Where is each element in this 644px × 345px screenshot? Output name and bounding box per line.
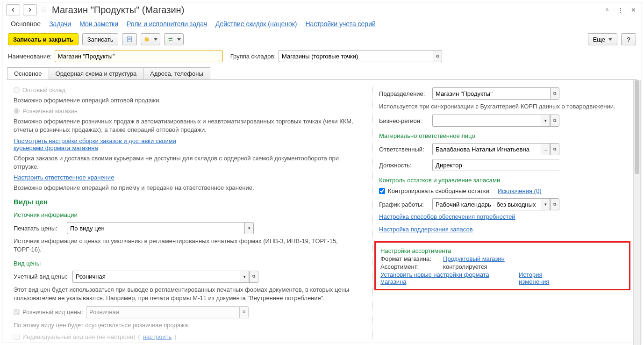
fmt-link[interactable]: Продуктовый магазин: [443, 255, 505, 262]
help-button[interactable]: ?: [621, 33, 636, 45]
stock-header: Контроль остатков и управление запасами: [379, 177, 630, 184]
tab-scheme[interactable]: Ордерная схема и структура: [49, 67, 144, 80]
nav-back-button[interactable]: [6, 4, 20, 15]
group-input[interactable]: [279, 50, 433, 62]
acc-price-input[interactable]: [72, 271, 240, 283]
price-type-header: Вид цены: [14, 260, 365, 267]
stock-link[interactable]: Настройка поддержания запасов: [379, 226, 630, 233]
source-header: Источник информации: [14, 211, 365, 218]
asrt-value: контролируется: [443, 263, 487, 270]
nav-main[interactable]: Основное: [11, 20, 41, 28]
new-settings-link[interactable]: Установить новые настройки формата магаз…: [380, 271, 497, 285]
acc-price-dropdown[interactable]: ▾: [240, 271, 249, 283]
excl-link[interactable]: Исключения (0): [498, 187, 542, 194]
kebab-menu-icon[interactable]: ⋮: [615, 5, 625, 14]
wholesale-radio-label: Оптовый склад: [22, 86, 65, 93]
pos-label: Должность:: [379, 162, 429, 169]
window-title: Магазин "Продукты" (Магазин): [52, 5, 600, 15]
write-button[interactable]: Записать: [82, 33, 119, 45]
favorite-star-icon[interactable]: ☆: [40, 5, 47, 15]
supply-link[interactable]: Настройка способов обеспечения потребнос…: [379, 213, 630, 220]
acc-price-open[interactable]: ⧉: [249, 271, 258, 283]
sched-open[interactable]: ⧉: [550, 198, 559, 210]
division-desc: Используется при синхронизации с Бухгалт…: [379, 102, 630, 111]
assembly-desc: Сборка заказов и доставка своими курьера…: [14, 154, 365, 171]
retail-price-input: [86, 306, 239, 318]
source-desc: Источник информации о ценах по умолчанию…: [14, 237, 365, 254]
resp-header: Материально ответственное лицо: [379, 132, 630, 139]
nav-tasks[interactable]: Задачи: [49, 20, 71, 28]
retail-price-label: Розничный вид цены:: [22, 309, 83, 316]
retail-radio-label: Розничный магазин: [22, 108, 78, 115]
individual-checkbox: [14, 334, 20, 340]
section-nav: Основное Задачи Мои заметки Роли и испол…: [2, 17, 642, 30]
storage-desc: Возможно оформление операций по приему и…: [14, 184, 365, 192]
storage-link[interactable]: Настроить ответственное хранение: [14, 174, 365, 181]
name-input[interactable]: [55, 50, 223, 62]
division-input[interactable]: [432, 87, 550, 100]
acc-price-label: Учетный вид цены:: [14, 273, 70, 280]
pos-input[interactable]: [432, 159, 559, 171]
retail-price-checkbox: [14, 309, 20, 315]
attach-button[interactable]: [141, 33, 160, 45]
link-icon[interactable]: [602, 5, 612, 14]
prices-header: Виды цен: [14, 198, 365, 206]
svg-rect-0: [128, 37, 132, 42]
asrt-header: Настройки ассортимента: [380, 247, 629, 254]
history-link[interactable]: История изменения: [519, 271, 561, 285]
content-scrollbar[interactable]: [633, 80, 641, 345]
transfer-button[interactable]: [164, 33, 184, 45]
retail-desc: Возможно оформление розничных продаж в а…: [14, 117, 365, 134]
name-label: Наименование:: [8, 53, 52, 60]
group-label: Группа складов:: [230, 53, 276, 60]
print-prices-dropdown[interactable]: ▾: [244, 222, 254, 234]
wholesale-desc: Возможно оформление операций оптовой про…: [14, 96, 365, 105]
resp-ellipsis[interactable]: …: [541, 143, 550, 155]
region-label: Бизнес-регион:: [379, 117, 429, 124]
group-open-button[interactable]: ⧉: [433, 50, 442, 62]
resp-input[interactable]: [432, 143, 541, 155]
retail-price-open: ⧉: [239, 306, 249, 318]
acc-price-desc: Этот вид цен будет использоваться при вы…: [14, 286, 365, 302]
scroll-thumb[interactable]: [635, 80, 639, 174]
tab-addresses[interactable]: Адреса, телефоны: [143, 67, 210, 80]
individual-label: Индивидуальный вид цен (не настроен): [22, 333, 136, 340]
close-icon[interactable]: ✕: [629, 5, 638, 14]
nav-series[interactable]: Настройки учета серий: [305, 20, 375, 28]
assortment-highlight: Настройки ассортимента Формат магазина: …: [374, 241, 630, 290]
assembly-link[interactable]: Посмотреть настройки сборки заказов и до…: [14, 137, 182, 151]
tab-main[interactable]: Основное: [7, 67, 49, 80]
region-dropdown[interactable]: ▾: [541, 115, 550, 127]
division-label: Подразделение:: [379, 90, 429, 97]
resp-label: Ответственный:: [379, 146, 429, 153]
retail-radio: [14, 108, 20, 114]
division-open[interactable]: ⧉: [550, 87, 559, 100]
nav-notes[interactable]: Мои заметки: [79, 20, 118, 28]
ctrl-checkbox[interactable]: [379, 188, 385, 194]
individual-settings-link[interactable]: настроить: [143, 333, 172, 340]
nav-roles[interactable]: Роли и исполнители задач: [127, 20, 207, 28]
sched-input[interactable]: [432, 198, 541, 210]
document-icon: [126, 36, 133, 43]
ctrl-label: Контролировать свободные остатки: [388, 187, 489, 194]
region-input[interactable]: [432, 115, 541, 127]
write-close-button[interactable]: Записать и закрыть: [8, 33, 79, 45]
retail-price-desc: По этому виду цен будет осуществляться р…: [14, 321, 365, 330]
svg-rect-3: [145, 38, 149, 41]
print-prices-label: Печатать цены:: [14, 225, 64, 232]
folder-icon: [144, 36, 150, 43]
report-button[interactable]: [122, 33, 137, 45]
sched-label: График работы:: [379, 201, 429, 208]
wholesale-radio: [14, 87, 20, 93]
exchange-icon: [167, 36, 174, 43]
resp-open[interactable]: ⧉: [550, 143, 559, 155]
more-button[interactable]: Еще: [588, 33, 617, 45]
region-open[interactable]: ⧉: [550, 115, 559, 127]
arrow-right-icon: [27, 7, 33, 13]
sched-dropdown[interactable]: ▾: [541, 198, 550, 210]
print-prices-input[interactable]: [67, 222, 244, 234]
nav-discounts[interactable]: Действие скидок (наценок): [215, 20, 297, 28]
arrow-left-icon: [10, 7, 16, 13]
asrt-label: Ассортимент:: [380, 263, 440, 270]
nav-forward-button[interactable]: [23, 4, 37, 15]
